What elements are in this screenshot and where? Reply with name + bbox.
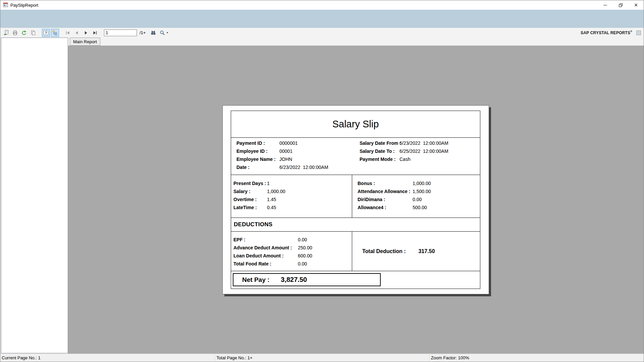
toolbar-separator [60, 29, 63, 37]
field-value: 250.00 [298, 245, 312, 250]
title-bar: PaySlipReport × [0, 0, 644, 10]
net-pay-section: Net Pay : 3,827.50 [231, 271, 480, 289]
report-header-section: Payment ID : 0000001 Employee ID : 00001… [231, 138, 480, 175]
svg-text:?: ? [45, 31, 47, 35]
field-row: Total Food Rate : 0.00 [233, 260, 352, 268]
field-value: 6/23/2022 12:00:00AM [279, 165, 328, 170]
field-row: Bonus : 1,000.00 [358, 179, 480, 187]
parameter-panel-icon: ? [43, 30, 49, 36]
report-region: Main Report Salary Slip Payment ID : [68, 38, 644, 354]
field-value: 600.00 [298, 253, 312, 258]
report-viewport: Salary Slip Payment ID : 0000001 Employe… [68, 46, 644, 354]
field-value: 00001 [279, 148, 292, 154]
field-label: DiriDimana : [358, 197, 413, 202]
field-label: Bonus : [358, 181, 413, 186]
export-button[interactable] [2, 29, 10, 37]
field-row: Employee ID : 00001 [236, 147, 352, 155]
field-row: Attendance Allowance : 1,500.00 [358, 187, 480, 195]
tab-strip: Main Report [68, 38, 644, 46]
previous-page-icon [74, 31, 79, 35]
status-zoom-factor: Zoom Factor: 100% [429, 354, 644, 362]
tab-main-report[interactable]: Main Report [70, 38, 100, 46]
group-tree-icon [52, 30, 58, 36]
report-page: Salary Slip Payment ID : 0000001 Employe… [222, 105, 489, 294]
field-row: Salary Date To : 6/25/2022 12:00:00AM [360, 147, 480, 155]
field-label: Present Days : [233, 181, 267, 186]
zoom-button[interactable]: ▼ [158, 29, 170, 37]
sap-logo-icon [636, 31, 641, 35]
net-pay-box: Net Pay : 3,827.50 [233, 273, 381, 286]
brand-area: SAP CRYSTAL REPORTS ® [581, 31, 641, 35]
status-total-page: Total Page No.: 1+ [215, 354, 429, 362]
next-page-button[interactable] [82, 29, 90, 37]
minimize-button[interactable] [597, 0, 613, 10]
toggle-group-tree-button[interactable] [51, 29, 59, 37]
copy-button[interactable] [29, 29, 37, 37]
find-button[interactable] [149, 29, 157, 37]
field-value: 1,500.00 [413, 189, 431, 194]
field-row: Salary Date From : 6/23/2022 12:00:00AM [360, 139, 480, 147]
deductions-title: DEDUCTIONS [234, 221, 272, 228]
refresh-icon [21, 30, 27, 36]
field-row: DiriDimana : 0.00 [358, 195, 480, 203]
total-deduction-area: Total Deduction : 317.50 [352, 232, 480, 271]
field-label: Salary Date To : [360, 148, 399, 154]
last-page-button[interactable] [91, 29, 99, 37]
tab-label: Main Report [73, 39, 97, 44]
close-icon: × [634, 2, 638, 8]
field-row: Employee Name : JOHN [236, 155, 352, 163]
toggle-parameter-panel-button[interactable]: ? [42, 29, 50, 37]
deductions-heading: DEDUCTIONS [231, 218, 480, 232]
magnifier-icon [160, 30, 165, 36]
restore-button[interactable] [613, 0, 628, 10]
binoculars-icon [151, 30, 156, 36]
field-label: Employee ID : [236, 148, 279, 154]
earnings-section: Present Days : 1 Salary : 1,000.00 Overt… [231, 175, 480, 218]
field-value: 6/23/2022 12:00:00AM [399, 140, 448, 146]
field-value: Cash [399, 157, 411, 162]
field-value: 1,000.00 [413, 181, 431, 186]
copy-icon [31, 30, 36, 36]
app-icon [3, 2, 8, 8]
earnings-right-column: Bonus : 1,000.00 Attendance Allowance : … [352, 175, 480, 218]
field-label: Date : [236, 165, 279, 170]
deductions-section: EPF : 0.00 Advance Deduct Amount : 250.0… [231, 232, 480, 271]
field-row: Loan Deduct Amount : 600.00 [233, 252, 352, 260]
report-title-section: Salary Slip [231, 111, 480, 138]
report-title: Salary Slip [332, 119, 379, 130]
earnings-left-column: Present Days : 1 Salary : 1,000.00 Overt… [231, 175, 352, 218]
print-button[interactable] [11, 29, 19, 37]
next-page-icon [84, 31, 88, 35]
close-button[interactable]: × [628, 0, 644, 10]
field-label: Advance Deduct Amount : [233, 245, 298, 250]
field-value: 1 [267, 181, 270, 186]
field-label: Total Food Rate : [233, 261, 298, 266]
field-value: 500.00 [413, 205, 427, 210]
field-row: Date : 6/23/2022 12:00:00AM [236, 163, 352, 171]
header-right-column: Salary Date From : 6/23/2022 12:00:00AM … [352, 139, 480, 175]
field-label: Overtime : [233, 197, 267, 202]
group-tree-panel[interactable] [1, 38, 68, 353]
minimize-icon [603, 5, 607, 5]
field-label: Employee Name : [236, 157, 279, 162]
status-current-page: Current Page No.: 1 [0, 354, 215, 362]
field-value: 6/25/2022 12:00:00AM [399, 148, 448, 154]
window-title: PaySlipReport [10, 3, 38, 8]
zoom-factor-text: Zoom Factor: 100% [431, 355, 469, 360]
page-number-input[interactable] [104, 29, 137, 36]
page-total-label: /1+ [140, 30, 146, 35]
first-page-icon [65, 31, 70, 35]
previous-page-button[interactable] [73, 29, 81, 37]
field-value: 0.00 [298, 261, 307, 266]
header-left-column: Payment ID : 0000001 Employee ID : 00001… [231, 139, 352, 175]
field-row: Overtime : 1.45 [233, 195, 352, 203]
sap-crystal-reports-label: SAP CRYSTAL REPORTS [581, 31, 630, 35]
total-page-text: Total Page No.: 1+ [216, 355, 252, 360]
deductions-left-column: EPF : 0.00 Advance Deduct Amount : 250.0… [231, 232, 352, 271]
first-page-button[interactable] [64, 29, 72, 37]
field-label: LateTime : [233, 205, 267, 210]
field-label: Payment ID : [236, 140, 279, 146]
refresh-button[interactable] [20, 29, 28, 37]
report-toolbar: ? [0, 28, 644, 38]
field-value: 0.45 [267, 205, 276, 210]
